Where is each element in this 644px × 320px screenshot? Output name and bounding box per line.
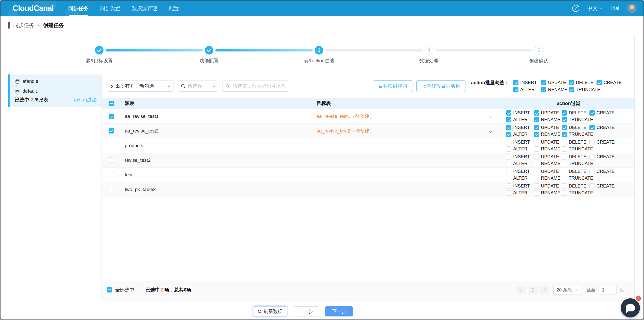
row-action-checkbox[interactable] [534, 161, 539, 166]
action-checkbox-item[interactable]: RENAME [534, 161, 562, 166]
row-action-checkbox[interactable] [506, 169, 511, 174]
action-checkbox-item[interactable]: ALTER [506, 146, 534, 152]
target-expand-chevron-icon[interactable] [489, 114, 492, 119]
action-checkbox-item[interactable]: DELETE [569, 80, 597, 85]
batch-action-checkbox[interactable] [597, 80, 602, 85]
help-icon[interactable]: ? [572, 5, 579, 12]
action-checkbox-item[interactable]: DELETE [562, 110, 589, 116]
row-action-checkbox[interactable] [534, 132, 539, 137]
row-action-checkbox[interactable] [589, 125, 595, 130]
action-checkbox-item[interactable]: UPDATE [534, 140, 562, 145]
row-select-checkbox[interactable] [109, 114, 114, 119]
row-action-checkbox[interactable] [506, 132, 511, 137]
batch-action-checkbox[interactable] [569, 80, 574, 85]
row-action-checkbox[interactable] [506, 183, 511, 189]
row-action-checkbox[interactable] [506, 117, 511, 122]
action-checkbox-item[interactable]: INSERT [506, 110, 534, 116]
action-checkbox-item[interactable]: ALTER [506, 132, 534, 137]
language-selector[interactable]: 中文 [587, 5, 602, 12]
batch-rename-target-button[interactable]: 批量修改目标名称 [416, 80, 465, 92]
cloudcanal-logo[interactable]: CloudCanal [13, 4, 54, 13]
action-checkbox-item[interactable]: DELETE [562, 183, 589, 189]
action-checkbox-item[interactable]: TRUNCATE [562, 161, 589, 166]
action-checkbox-item[interactable]: ALTER [506, 176, 534, 181]
select-all-header-checkbox[interactable] [109, 101, 114, 106]
row-action-checkbox[interactable] [589, 183, 595, 189]
nav-item-config[interactable]: 配置 [169, 1, 179, 16]
next-page-button[interactable] [540, 286, 549, 294]
row-action-checkbox[interactable] [562, 176, 567, 181]
row-action-checkbox[interactable] [534, 117, 539, 122]
action-checkbox-item[interactable]: CREATE [589, 125, 617, 130]
action-checkbox-item[interactable]: CREATE [589, 169, 617, 174]
row-action-checkbox[interactable] [562, 117, 567, 122]
action-checkbox-item[interactable]: RENAME [534, 132, 562, 137]
schema-mapping-panel[interactable]: afanqie default 已选中2/6张表 action过滤 [8, 74, 102, 107]
action-checkbox-item[interactable]: CREATE [589, 140, 617, 145]
batch-action-checkbox[interactable] [569, 87, 574, 92]
action-checkbox-item[interactable]: INSERT [506, 169, 534, 174]
action-checkbox-item[interactable]: DELETE [562, 140, 589, 145]
action-filter-link[interactable]: action过滤 [74, 97, 96, 103]
schema-select-dropdown[interactable]: 请选择 [178, 81, 218, 92]
action-checkbox-item[interactable]: CREATE [597, 80, 624, 85]
batch-action-checkbox[interactable] [541, 87, 546, 92]
previous-step-button[interactable]: 上一步 [293, 306, 319, 316]
action-checkbox-item[interactable]: RENAME [534, 146, 562, 152]
row-action-checkbox[interactable] [562, 161, 567, 166]
table-filter-input[interactable] [232, 83, 286, 89]
user-avatar[interactable] [627, 4, 636, 13]
action-checkbox-item[interactable]: TRUNCATE [562, 190, 589, 196]
trial-badge[interactable]: Trial [610, 6, 619, 11]
action-checkbox-item[interactable]: RENAME [534, 176, 562, 181]
refresh-data-button[interactable]: ↻ 刷新数据 [253, 306, 287, 316]
row-action-checkbox[interactable] [534, 183, 539, 189]
action-checkbox-item[interactable]: RENAME [534, 190, 562, 196]
row-action-checkbox[interactable] [506, 154, 511, 159]
action-checkbox-item[interactable]: RENAME [541, 87, 569, 92]
row-action-checkbox[interactable] [589, 169, 595, 174]
page-number-button[interactable]: 1 [529, 286, 537, 294]
row-action-checkbox[interactable] [534, 140, 539, 145]
row-action-checkbox[interactable] [562, 125, 567, 130]
action-checkbox-item[interactable]: TRUNCATE [562, 146, 589, 152]
row-action-checkbox[interactable] [506, 161, 511, 166]
row-select-checkbox[interactable] [109, 143, 114, 148]
action-checkbox-item[interactable]: DELETE [562, 125, 589, 130]
row-action-checkbox[interactable] [534, 169, 539, 174]
row-action-checkbox[interactable] [562, 140, 567, 145]
row-action-checkbox[interactable] [506, 146, 511, 152]
row-action-checkbox[interactable] [534, 154, 539, 159]
action-checkbox-item[interactable]: TRUNCATE [562, 117, 589, 122]
row-action-checkbox[interactable] [534, 190, 539, 196]
row-action-checkbox[interactable] [562, 183, 567, 189]
action-checkbox-item[interactable]: UPDATE [534, 169, 562, 174]
action-checkbox-item[interactable]: INSERT [506, 154, 534, 159]
row-action-checkbox[interactable] [534, 146, 539, 152]
action-checkbox-item[interactable]: CREATE [589, 110, 617, 116]
action-checkbox-item[interactable]: ALTER [506, 190, 534, 196]
row-action-checkbox[interactable] [506, 190, 511, 196]
row-action-checkbox[interactable] [562, 190, 567, 196]
select-mode-dropdown[interactable]: 列出所有并手动勾选 [107, 81, 174, 92]
action-checkbox-item[interactable]: ALTER [513, 87, 541, 92]
row-action-checkbox[interactable] [506, 176, 511, 181]
row-action-checkbox[interactable] [562, 132, 567, 137]
row-action-checkbox[interactable] [506, 110, 511, 116]
nav-item-sync-settings[interactable]: 同步设置 [100, 1, 120, 16]
action-checkbox-item[interactable]: UPDATE [534, 154, 562, 159]
prev-page-button[interactable] [517, 286, 526, 294]
row-action-checkbox[interactable] [534, 176, 539, 181]
batch-action-checkbox[interactable] [513, 80, 518, 85]
row-action-checkbox[interactable] [534, 125, 539, 130]
row-action-checkbox[interactable] [589, 154, 595, 159]
action-checkbox-item[interactable]: INSERT [506, 125, 534, 130]
breadcrumb-parent[interactable]: 同步任务 [13, 22, 34, 29]
action-checkbox-item[interactable]: ALTER [506, 161, 534, 166]
action-checkbox-item[interactable]: CREATE [589, 183, 617, 189]
action-checkbox-item[interactable]: ALTER [506, 117, 534, 122]
row-action-checkbox[interactable] [506, 140, 511, 145]
row-action-checkbox[interactable] [562, 154, 567, 159]
batch-action-checkbox[interactable] [513, 87, 518, 92]
row-select-checkbox[interactable] [109, 172, 114, 177]
